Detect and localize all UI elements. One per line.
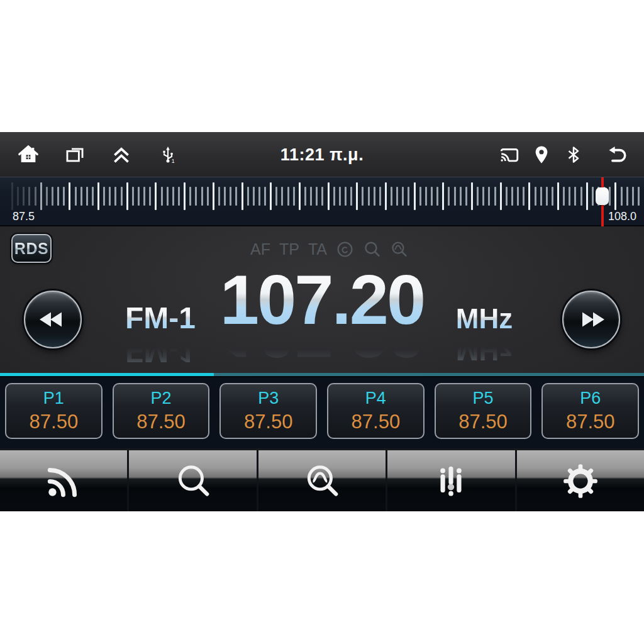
ruler-tick xyxy=(149,187,151,206)
unit-reflection: MHz xyxy=(421,335,547,366)
ruler-tick xyxy=(368,187,370,206)
ruler-tick xyxy=(471,182,473,210)
ruler-tick xyxy=(23,187,25,206)
fast-forward-icon xyxy=(577,310,606,329)
equalizer-button[interactable] xyxy=(387,450,516,511)
ruler-tick xyxy=(172,187,174,206)
preset-row: P187.50P287.50P387.50P487.50P587.50P687.… xyxy=(0,377,644,448)
ruler-tick xyxy=(281,187,283,206)
ruler-tick xyxy=(362,187,364,206)
ruler-tick xyxy=(155,182,157,210)
ruler-tick xyxy=(419,187,421,206)
af-indicator: AF xyxy=(250,240,270,258)
ruler-tick xyxy=(488,187,490,206)
ruler-tick xyxy=(310,187,312,206)
ruler-tick xyxy=(414,182,416,210)
preset-label: P2 xyxy=(150,389,171,408)
ruler-tick xyxy=(114,187,116,206)
preset-button-p6[interactable]: P687.50 xyxy=(541,383,639,439)
ruler-tick xyxy=(52,187,53,206)
ruler-tick xyxy=(304,187,306,206)
ruler-tick xyxy=(247,187,249,206)
ruler-tick xyxy=(523,187,525,206)
preset-value: 87.50 xyxy=(244,411,293,433)
tp-indicator: TP xyxy=(279,240,299,258)
ruler-tick xyxy=(626,187,628,206)
main-display: RDS AF TP TA xyxy=(0,226,644,373)
ruler-tick xyxy=(402,187,404,206)
ruler-tick xyxy=(161,187,163,206)
ruler-tick xyxy=(442,182,444,210)
ruler-tick xyxy=(339,187,341,206)
back-icon[interactable] xyxy=(606,144,628,165)
ruler-tick xyxy=(195,187,197,206)
ruler-tick xyxy=(75,187,77,206)
ruler-tick xyxy=(431,187,433,206)
ruler-tick xyxy=(92,187,94,206)
tuning-thumb[interactable] xyxy=(596,187,609,205)
preset-button-p3[interactable]: P387.50 xyxy=(219,383,317,439)
preset-value: 87.50 xyxy=(136,411,186,433)
ruler-tick xyxy=(569,187,570,206)
ruler-tick xyxy=(253,187,255,206)
settings-gear-icon xyxy=(561,462,600,501)
ruler-tick xyxy=(506,187,508,206)
settings-button[interactable] xyxy=(517,450,644,511)
ruler-tick xyxy=(552,187,553,206)
bluetooth-icon xyxy=(563,144,584,165)
ruler-tick xyxy=(235,187,237,206)
magnifier-icon xyxy=(174,462,213,501)
ruler-tick xyxy=(138,187,140,206)
radio-indicators: AF TP TA xyxy=(250,240,408,258)
ruler-tick xyxy=(517,187,519,206)
ruler-tick xyxy=(207,187,209,206)
magnifier-wave-icon xyxy=(390,240,408,258)
cast-icon xyxy=(499,144,520,165)
recent-apps-icon[interactable] xyxy=(64,144,86,165)
ruler-tick xyxy=(436,187,438,206)
ruler-tick xyxy=(109,187,111,206)
rds-label: RDS xyxy=(14,240,48,258)
preset-button-p1[interactable]: P187.50 xyxy=(5,383,103,439)
preset-value: 87.50 xyxy=(566,411,615,433)
seek-forward-button[interactable] xyxy=(562,291,620,348)
ruler-tick xyxy=(69,182,70,210)
ruler-tick xyxy=(494,187,496,206)
ruler-tick xyxy=(546,187,548,206)
ruler-tick xyxy=(333,187,335,206)
preset-label: P4 xyxy=(365,389,386,408)
ruler-tick xyxy=(40,182,42,210)
chevrons-up-icon[interactable] xyxy=(111,144,132,165)
ruler-tick xyxy=(609,187,611,206)
ruler-tick xyxy=(574,187,576,206)
ruler-tick xyxy=(477,187,479,206)
ruler-tick xyxy=(586,182,588,210)
ruler-tick xyxy=(454,187,456,206)
magnifier-wave-icon xyxy=(303,462,341,501)
ruler-min-label: 87.5 xyxy=(13,210,35,223)
preset-button-p4[interactable]: P487.50 xyxy=(327,383,425,439)
preset-button-p2[interactable]: P287.50 xyxy=(113,383,210,439)
scan-button[interactable] xyxy=(258,450,387,511)
ruler-tick xyxy=(345,187,347,206)
ruler-max-label: 108.0 xyxy=(608,210,636,223)
preset-button-p5[interactable]: P587.50 xyxy=(435,383,532,439)
ta-indicator: TA xyxy=(308,240,327,258)
ruler-tick xyxy=(189,187,191,206)
ruler-tick xyxy=(391,187,392,206)
ruler-tick xyxy=(97,182,99,210)
frequency-ruler[interactable]: 87.5 108.0 xyxy=(0,177,644,226)
ruler-tick xyxy=(46,187,48,206)
ruler-tick xyxy=(580,187,582,206)
search-button[interactable] xyxy=(129,450,258,511)
ruler-tick xyxy=(11,182,13,210)
ruler-tick xyxy=(448,187,450,206)
frequency-unit: MHz xyxy=(421,303,547,335)
ruler-tick xyxy=(511,187,513,206)
broadcast-button[interactable] xyxy=(0,450,129,511)
ruler-tick xyxy=(293,187,295,206)
home-icon[interactable] xyxy=(18,144,39,165)
ruler-tick xyxy=(535,187,536,206)
ruler-tick xyxy=(17,187,19,206)
ruler-tick xyxy=(563,187,565,206)
